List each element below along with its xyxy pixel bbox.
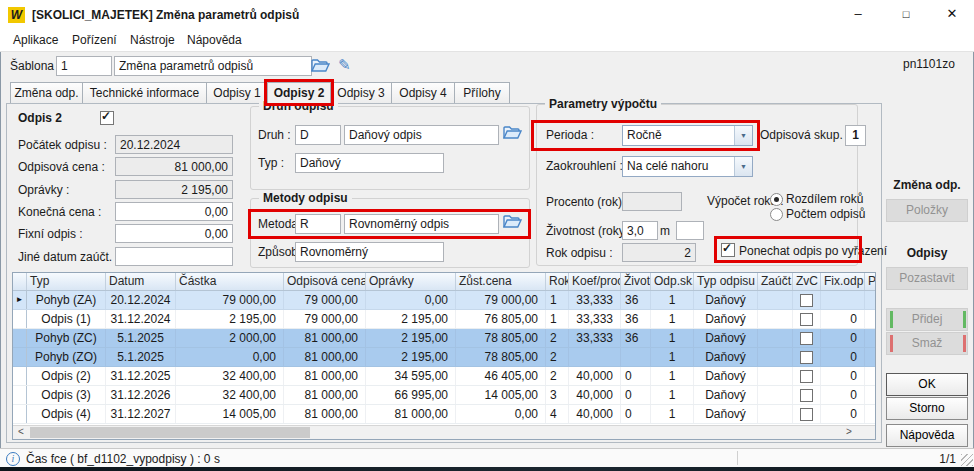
metoda-code-input[interactable]: R [295,214,341,234]
odpisova-skup-input[interactable]: 1 [845,125,866,146]
table-cell: 46 405,00 [456,367,546,385]
column-header-odpisov-cena[interactable]: Odpisová cena [284,273,366,290]
button-n-pov-da[interactable]: Nápověda [886,424,968,447]
table-cell: 0 [621,386,651,404]
column-header-typ[interactable]: Typ [27,273,106,290]
table-row-pohyb-zo[interactable]: Pohyb (ZO)5.1.20250,0081 000,002 195,007… [13,348,875,367]
column-header-opr-vky[interactable]: Oprávky [366,273,456,290]
field-input-fixn-odpis[interactable]: 0,00 [115,224,233,243]
tab-p-lohy[interactable]: Přílohy [454,82,510,103]
zaokrouhleni-select[interactable]: Na celé nahoru ▼ [622,156,753,177]
tab-odpisy-3[interactable]: Odpisy 3 [330,82,392,103]
table-row-pohyb-zc[interactable]: Pohyb (ZC)5.1.20252 000,0081 000,002 195… [13,329,875,348]
chevron-down-icon[interactable]: ▼ [734,157,752,176]
zvc-checkbox[interactable] [800,370,813,383]
edit-pencil-icon[interactable]: ✎ [338,56,351,74]
zvc-checkbox[interactable] [800,313,813,326]
field-label-fixn-odpis: Fixní odpis : [18,227,83,241]
zvc-checkbox[interactable] [800,294,813,307]
druh-open-folder-icon[interactable] [502,124,522,144]
column-header-odp-sk[interactable]: Odp.sk. [651,273,694,290]
button-storno[interactable]: Storno [886,397,968,420]
column-header-rok[interactable]: Rok [546,273,569,290]
button-pozastavit[interactable]: Pozastavit [886,267,968,290]
metoda-open-folder-icon[interactable] [502,213,522,233]
table-cell: 3 [546,386,569,404]
menu-item-n-stroje[interactable]: Nástroje [130,33,175,47]
scroll-right-icon[interactable]: > [841,426,857,439]
column-header-ivot[interactable]: Život. [621,273,651,290]
table-row-odpis-2[interactable]: Odpis (2)31.12.202532 400,0081 000,0034 … [13,367,875,386]
scrollbar-thumb[interactable] [30,427,310,438]
radio-po-tem-odpis[interactable] [770,208,783,221]
column-header-zvc[interactable]: ZvC [793,273,821,290]
perioda-select[interactable]: Ročně ▼ [622,125,753,146]
button-p-idej[interactable]: Přidej [886,308,968,331]
table-cell: Daňový [694,329,758,347]
column-header-za-t[interactable]: Zaúčt. [758,273,793,290]
column-header-pe[interactable]: Pe [865,273,876,290]
chevron-down-icon[interactable]: ▼ [734,126,752,145]
button-polo-ky[interactable]: Položky [886,199,968,222]
table-cell: 40,000 [569,367,621,385]
ponechat-checkbox[interactable] [721,243,735,257]
tab-odpisy-4[interactable]: Odpisy 4 [391,82,455,103]
druh-code-input[interactable]: D [295,125,341,145]
table-cell [865,405,876,423]
column-header-z-st-cena[interactable]: Zůst.cena [456,273,546,290]
zpusob-input[interactable]: Rovnoměrný [295,242,444,262]
radio-rozd-lem-rok[interactable] [770,193,783,206]
field-input-po-tek-odpisu[interactable]: 20.12.2024 [115,135,233,154]
tab-odpisy-2[interactable]: Odpisy 2 [267,82,331,103]
button-sma[interactable]: Smaž [886,332,968,355]
scroll-left-icon[interactable]: < [13,426,29,439]
odpis-active-checkbox[interactable] [100,111,114,125]
tab-zm-na-odp[interactable]: Změna odp. [10,82,83,103]
table-cell [758,367,793,385]
table-row-odpis-3[interactable]: Odpis (3)31.12.202632 400,0081 000,0066 … [13,386,875,405]
status-bar: i Čas fce ( bf_d1102_vypodpisy ) : 0 s 1… [0,448,974,467]
zvc-checkbox[interactable] [800,408,813,421]
menu-item-po-zen[interactable]: Pořízení [72,33,117,47]
horizontal-scrollbar: < > [13,425,875,439]
button-ok[interactable]: OK [886,373,968,396]
zivotnost-input[interactable]: 3,0 [622,221,658,240]
zivotnost-m-input[interactable] [676,221,704,240]
table-cell [758,329,793,347]
zvc-checkbox[interactable] [800,351,813,364]
table-cell: Daňový [694,367,758,385]
typ-input[interactable]: Daňový [295,153,444,173]
table-cell: 81 000,00 [284,329,366,347]
close-button[interactable]: ✕ [934,0,970,30]
table-row-pohyb-za[interactable]: ►Pohyb (ZA)20.12.202479 000,0079 000,000… [13,291,875,310]
column-header-datum[interactable]: Datum [106,273,176,290]
rok-odpisu-input[interactable]: 2 [622,243,696,262]
open-folder-icon[interactable] [310,57,330,77]
menu-item-aplikace[interactable]: Aplikace [13,33,58,47]
table-row-odpis-4[interactable]: Odpis (4)31.12.202714 005,0081 000,0081 … [13,405,875,424]
field-input-odpisov-cena[interactable]: 81 000,00 [115,157,233,176]
template-number-input[interactable]: 1 [56,56,112,76]
table-row-odpis-1[interactable]: Odpis (1)31.12.20242 195,0079 000,002 19… [13,310,875,329]
field-input-opr-vky[interactable]: 2 195,00 [115,180,233,199]
table-cell [865,348,876,366]
column-header-typ-odpisu[interactable]: Typ odpisu [694,273,758,290]
zvc-checkbox[interactable] [800,389,813,402]
table-cell: 1 [651,291,694,309]
template-name-input[interactable]: Změna parametrů odpisů [114,56,312,76]
resize-grip[interactable] [961,454,973,466]
odpisova-skup-label: Odpisová skup. : [760,128,842,142]
column-header-stka[interactable]: Částka [176,273,284,290]
column-header-fix-odp[interactable]: Fix.odp. [821,273,865,290]
column-header-koef-proc[interactable]: Koef/proc [569,273,621,290]
tab-technick-informace[interactable]: Technické informace [82,82,207,103]
field-input-jin-datum-za-t[interactable] [115,247,233,266]
metoda-name-input[interactable]: Rovnoměrný odpis [344,214,499,234]
menu-item-n-pov-da[interactable]: Nápověda [187,33,242,47]
druh-name-input[interactable]: Daňový odpis [344,125,499,145]
zvc-checkbox[interactable] [800,332,813,345]
procento-input[interactable] [622,192,682,211]
field-input-kone-n-cena[interactable]: 0,00 [115,202,233,221]
maximize-button[interactable]: □ [888,0,924,30]
minimize-button[interactable]: – [840,0,876,30]
